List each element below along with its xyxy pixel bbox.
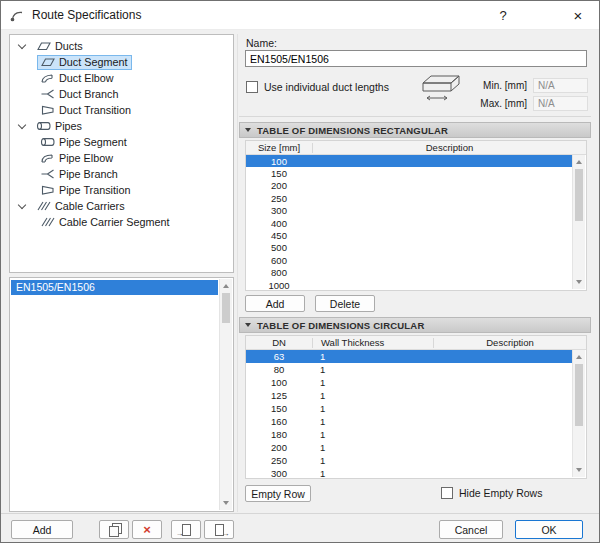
tree-item[interactable]: Pipes xyxy=(10,118,233,134)
duct-segment-icon xyxy=(40,56,59,68)
page-import-icon xyxy=(182,524,191,536)
close-icon[interactable]: × xyxy=(557,1,599,29)
pipe-segment-icon xyxy=(40,136,59,148)
column-header: Wall Thickness xyxy=(313,337,433,348)
duct-group-icon xyxy=(36,40,55,52)
table-row[interactable]: 600 xyxy=(246,254,573,266)
table-row[interactable]: 250 xyxy=(246,192,573,204)
chevron-down-icon[interactable] xyxy=(18,41,26,49)
tree-item[interactable]: Pipe Segment xyxy=(10,134,233,150)
table-row[interactable]: 100 1 xyxy=(246,376,573,389)
import-button[interactable] xyxy=(171,520,201,539)
table-row[interactable]: 800 xyxy=(246,267,573,279)
cable-carrier-segment-icon xyxy=(40,216,59,228)
table-row[interactable]: 160 1 xyxy=(246,415,573,428)
help-button[interactable]: ? xyxy=(482,1,524,29)
column-header: Description xyxy=(434,337,586,348)
duct-elbow-icon xyxy=(40,72,59,84)
collapse-triangle-icon[interactable] xyxy=(245,323,251,327)
tree-item[interactable]: Duct Segment xyxy=(10,54,233,70)
circ-table-header-row: DN Wall Thickness Description xyxy=(246,336,586,350)
rect-table-scrollbar[interactable] xyxy=(572,155,585,289)
cancel-button[interactable]: Cancel xyxy=(439,520,503,539)
titlebar: Route Specifications ? × xyxy=(1,1,599,30)
scrollbar-thumb[interactable] xyxy=(222,293,230,323)
table-row[interactable]: 63 1 xyxy=(246,350,573,363)
hide-empty-rows-checkbox[interactable] xyxy=(441,487,453,499)
column-header: DN xyxy=(246,337,312,348)
export-button[interactable] xyxy=(204,520,234,539)
name-label: Name: xyxy=(246,37,277,49)
tree-item[interactable]: Pipe Branch xyxy=(10,166,233,182)
use-individual-duct-lengths-label: Use individual duct lengths xyxy=(264,81,389,93)
name-input[interactable] xyxy=(245,50,587,67)
table-row[interactable]: 200 xyxy=(246,180,573,192)
window-title: Route Specifications xyxy=(32,8,141,22)
table-row[interactable]: 80 1 xyxy=(246,363,573,376)
table-row[interactable]: 300 1 xyxy=(246,467,573,478)
empty-row-button[interactable]: Empty Row xyxy=(245,485,311,502)
tree-item[interactable]: Ducts xyxy=(10,38,233,54)
duct-length-diagram xyxy=(415,71,467,107)
duct-branch-icon xyxy=(40,88,59,100)
tree-item[interactable]: Duct Transition xyxy=(10,102,233,118)
cable-carriers-icon xyxy=(36,200,55,212)
column-header: Size [mm] xyxy=(246,142,312,153)
spec-list-scrollbar[interactable] xyxy=(219,279,232,510)
delete-specification-button[interactable]: × xyxy=(132,520,162,539)
add-specification-button[interactable]: Add xyxy=(11,520,73,539)
form-divider xyxy=(239,116,591,117)
duplicate-button[interactable] xyxy=(99,520,129,539)
collapse-triangle-icon[interactable] xyxy=(245,128,251,132)
table-row[interactable]: 180 1 xyxy=(246,428,573,441)
table-row[interactable]: 1000 xyxy=(246,279,573,290)
route-specifications-dialog: Route Specifications ? × Ducts Duct Segm… xyxy=(0,0,600,543)
route-icon xyxy=(10,8,25,22)
page-export-icon xyxy=(215,524,224,536)
copy-icon xyxy=(108,523,121,536)
scrollbar-thumb[interactable] xyxy=(575,169,583,221)
pipe-group-icon xyxy=(36,120,55,132)
chevron-down-icon[interactable] xyxy=(18,121,26,129)
min-value-field: N/A xyxy=(533,78,588,93)
hide-empty-rows-label: Hide Empty Rows xyxy=(459,487,542,499)
max-value-field: N/A xyxy=(533,96,588,111)
rect-dimensions-header[interactable]: TABLE OF DIMENSIONS RECTANGULAR xyxy=(239,122,591,138)
table-row[interactable]: 150 1 xyxy=(246,402,573,415)
tree-item[interactable]: Pipe Elbow xyxy=(10,150,233,166)
table-row[interactable]: 300 xyxy=(246,205,573,217)
table-row[interactable]: 250 1 xyxy=(246,454,573,467)
scrollbar-thumb[interactable] xyxy=(575,364,583,426)
circ-dimensions-header[interactable]: TABLE OF DIMENSIONS CIRCULAR xyxy=(239,317,591,333)
table-row[interactable]: 125 1 xyxy=(246,389,573,402)
chevron-down-icon[interactable] xyxy=(18,201,26,209)
table-row[interactable]: 100 xyxy=(246,155,573,167)
titlebar-spacer xyxy=(524,1,557,29)
tree-item[interactable]: Duct Branch xyxy=(10,86,233,102)
tree-item[interactable]: Pipe Transition xyxy=(10,182,233,198)
pipe-branch-icon xyxy=(40,168,59,180)
table-row[interactable]: 200 1 xyxy=(246,441,573,454)
circ-table-scrollbar[interactable] xyxy=(572,350,585,477)
footer-divider xyxy=(1,513,600,514)
use-individual-duct-lengths-checkbox[interactable] xyxy=(246,81,258,93)
specification-list-item[interactable]: EN1505/EN1506 xyxy=(11,280,218,295)
table-row[interactable]: 400 xyxy=(246,217,573,229)
route-type-tree: Ducts Duct Segment Duct Elbow Duct xyxy=(9,34,234,273)
table-row[interactable]: 450 xyxy=(246,229,573,241)
tree-item[interactable]: Cable Carrier Segment xyxy=(10,214,233,230)
min-label: Min. [mm] xyxy=(469,80,527,91)
tree-item[interactable]: Duct Elbow xyxy=(10,70,233,86)
ok-button[interactable]: OK xyxy=(515,520,583,539)
specification-list: EN1505/EN1506 xyxy=(9,277,234,512)
table-row[interactable]: 500 xyxy=(246,242,573,254)
table-row[interactable]: 150 xyxy=(246,167,573,179)
max-label: Max. [mm] xyxy=(469,98,527,109)
pipe-elbow-icon xyxy=(40,152,59,164)
pipe-transition-icon xyxy=(40,184,59,196)
delete-x-icon: × xyxy=(143,523,151,536)
rect-add-button[interactable]: Add xyxy=(245,295,305,312)
rect-delete-button[interactable]: Delete xyxy=(315,295,375,312)
tree-item[interactable]: Cable Carriers xyxy=(10,198,233,214)
panel-separator xyxy=(237,34,238,512)
